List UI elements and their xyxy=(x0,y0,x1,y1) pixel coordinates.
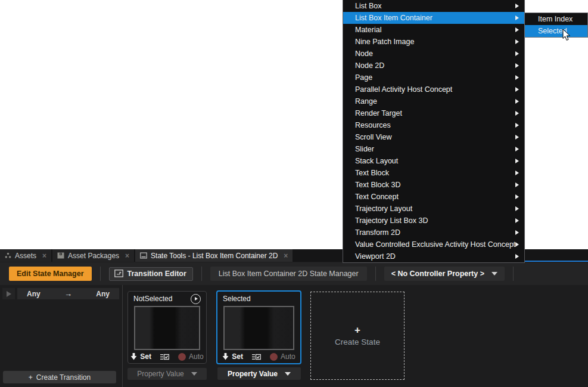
menu-item[interactable]: Value Controlled Exclusive Activity Host… xyxy=(343,239,524,250)
menu-item[interactable]: Text Block 3D xyxy=(343,179,524,191)
submenu-arrow-icon xyxy=(515,242,519,247)
menu-item-label: Transform 2D xyxy=(355,228,400,237)
tab-close-icon[interactable]: × xyxy=(125,252,129,260)
menu-item-label: Nine Patch Image xyxy=(355,38,414,46)
menu-item[interactable]: Page xyxy=(343,72,524,83)
set-arrow-down-icon xyxy=(222,353,229,360)
asset-package-icon xyxy=(57,252,64,259)
tab-label: State Tools - List Box Item Container 2D xyxy=(151,252,278,260)
menu-item[interactable]: Selected xyxy=(525,25,587,37)
menu-item-label: Stack Layout xyxy=(355,157,398,165)
tab-close-icon[interactable]: × xyxy=(284,252,288,260)
property-value-dropdown-notselected[interactable]: Property Value xyxy=(127,368,207,380)
menu-item[interactable]: Text Concept xyxy=(343,191,524,203)
menu-item[interactable]: Slider xyxy=(343,143,524,155)
state-card-header: NotSelected xyxy=(128,292,206,306)
play-transition-button[interactable] xyxy=(2,288,15,299)
toolbar-separator xyxy=(513,267,514,281)
submenu-arrow-icon xyxy=(515,159,519,163)
chevron-down-icon xyxy=(285,372,291,376)
tab-close-icon[interactable]: × xyxy=(42,252,46,260)
menu-item-label: Text Block xyxy=(355,169,389,177)
property-value-label: Property Value xyxy=(228,370,278,378)
menu-item-label: Text Block 3D xyxy=(355,181,400,189)
tab-state-tools[interactable]: State Tools - List Box Item Container 2D… xyxy=(135,249,293,262)
property-list-check-icon[interactable] xyxy=(252,353,261,361)
submenu-arrow-icon xyxy=(515,218,519,223)
submenu-arrow-icon xyxy=(515,135,519,140)
menu-item-label: Trajectory Layout xyxy=(355,205,412,213)
set-arrow-down-icon xyxy=(130,353,137,360)
submenu-arrow-icon xyxy=(515,123,519,128)
chevron-down-icon xyxy=(491,272,497,275)
state-tools-window-icon xyxy=(140,252,147,259)
menu-item[interactable]: Trajectory List Box 3D xyxy=(343,215,524,227)
submenu-arrow-icon xyxy=(515,27,519,32)
menu-item-label: Material xyxy=(355,26,381,34)
state-card-selected[interactable]: Selected Set Auto xyxy=(216,290,301,364)
create-transition-button[interactable]: + Create Transition xyxy=(3,371,116,383)
transition-row: Any → Any xyxy=(2,288,119,299)
menu-item[interactable]: Range xyxy=(343,95,524,107)
menu-item-label: Viewport 2D xyxy=(355,252,396,261)
property-list-check-icon[interactable] xyxy=(160,353,169,361)
state-manager-name-button[interactable]: List Box Item Container 2D State Manager xyxy=(210,267,367,281)
menu-item[interactable]: Transform 2D xyxy=(343,227,524,239)
submenu-arrow-icon xyxy=(515,230,519,235)
auto-record-icon[interactable] xyxy=(178,353,186,361)
menu-item[interactable]: Material xyxy=(343,24,524,36)
tab-asset-packages[interactable]: Asset Packages × xyxy=(52,249,134,262)
menu-item[interactable]: Resources xyxy=(343,119,524,131)
tab-label: Assets xyxy=(15,252,36,260)
menu-item-label: Render Target xyxy=(355,109,402,117)
tab-label: Asset Packages xyxy=(68,252,119,260)
menu-item[interactable]: Viewport 2D xyxy=(343,250,524,262)
mouse-cursor xyxy=(562,29,571,41)
menu-item-label: Node xyxy=(355,49,373,58)
menu-item-label: Value Controlled Exclusive Activity Host… xyxy=(355,240,515,249)
property-value-dropdown-selected[interactable]: Property Value xyxy=(217,367,301,380)
menu-item[interactable]: Parallel Activity Host Concept xyxy=(343,83,524,95)
submenu-arrow-icon xyxy=(515,206,519,211)
menu-item[interactable]: Node xyxy=(343,48,524,60)
menu-item[interactable]: Scroll View xyxy=(343,131,524,143)
set-button[interactable]: Set xyxy=(140,352,151,361)
submenu-arrow-icon xyxy=(515,99,519,104)
transition-editor-icon xyxy=(114,270,123,277)
submenu-arrow-icon xyxy=(515,16,519,20)
controller-property-dropdown[interactable]: < No Controller Property > xyxy=(384,267,505,281)
preview-state-button[interactable] xyxy=(191,294,201,304)
play-icon xyxy=(195,297,198,301)
plus-icon: + xyxy=(29,373,33,382)
plus-icon: + xyxy=(354,325,360,335)
menu-item[interactable]: Text Block xyxy=(343,167,524,179)
menu-item[interactable]: List Box Item Container xyxy=(343,12,524,24)
menu-item[interactable]: Stack Layout xyxy=(343,155,524,167)
menu-item[interactable]: List Box xyxy=(343,0,524,12)
controller-property-value: < No Controller Property > xyxy=(391,270,484,278)
chevron-down-icon xyxy=(191,372,197,376)
create-state-button[interactable]: + Create State xyxy=(310,292,405,380)
state-card-header: Selected xyxy=(217,292,300,306)
state-manager-content: Any → Any + Create Transition NotSelecte… xyxy=(0,285,588,387)
menu-item[interactable]: Trajectory Layout xyxy=(343,203,524,215)
menu-item-label: Item Index xyxy=(538,15,573,23)
tab-assets[interactable]: Assets × xyxy=(0,249,51,262)
create-state-label: Create State xyxy=(335,338,380,346)
state-card-notselected[interactable]: NotSelected Set Auto xyxy=(127,291,207,364)
set-button[interactable]: Set xyxy=(232,352,243,361)
menu-item[interactable]: Node 2D xyxy=(343,60,524,72)
auto-label: Auto xyxy=(281,352,295,361)
menu-item[interactable]: Render Target xyxy=(343,107,524,119)
submenu-arrow-icon xyxy=(515,63,519,68)
auto-record-icon[interactable] xyxy=(270,353,278,361)
menu-item[interactable]: Nine Patch Image xyxy=(343,36,524,48)
edit-state-manager-button[interactable]: Edit State Manager xyxy=(9,267,92,281)
context-submenu: Item IndexSelected xyxy=(524,13,588,38)
menu-item-label: Text Concept xyxy=(355,193,399,201)
property-value-label: Property Value xyxy=(137,370,184,378)
menu-item[interactable]: Item Index xyxy=(525,13,587,25)
transition-any-to-any[interactable]: Any → Any xyxy=(17,288,119,299)
transition-editor-button[interactable]: Transition Editor xyxy=(109,267,193,281)
play-icon xyxy=(7,291,11,297)
